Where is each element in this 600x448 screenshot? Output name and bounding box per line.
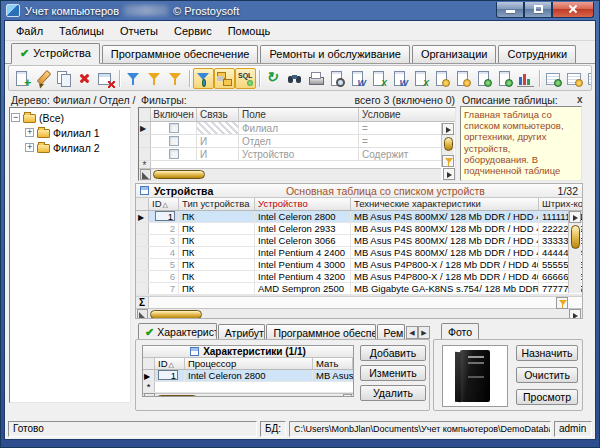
expand-icon[interactable]	[25, 128, 34, 137]
col-barcode[interactable]: Штрих-код	[539, 198, 582, 210]
excel-template-icon[interactable]	[410, 68, 431, 89]
goto-last-icon[interactable]	[443, 168, 455, 180]
menu-reports[interactable]: Отчеты	[112, 23, 166, 39]
report-writer-icon[interactable]	[473, 68, 494, 89]
tab-scroll-right-icon[interactable]: ▶	[418, 326, 430, 339]
sql-filter-icon[interactable]	[235, 68, 256, 89]
chart-icon[interactable]	[515, 68, 536, 89]
filters-vscrollbar[interactable]	[441, 123, 454, 167]
device-row[interactable]: 7 ПК AMD Sempron 2500 MB Gigabyte GA-K8N…	[136, 283, 582, 295]
goto-record-icon[interactable]	[569, 211, 581, 223]
quick-filter-icon[interactable]	[442, 155, 454, 167]
menu-tables[interactable]: Таблицы	[51, 23, 112, 39]
print-preview-icon[interactable]	[326, 68, 347, 89]
view-photo-button[interactable]: Просмотр	[516, 389, 578, 405]
export-word-icon[interactable]	[347, 68, 368, 89]
tab-detail-software[interactable]: Программное обеспечение	[266, 324, 375, 340]
col-specs[interactable]: Технические характеристики	[351, 198, 539, 210]
menu-help[interactable]: Помощь	[220, 23, 279, 39]
table-settings-icon[interactable]	[585, 68, 592, 89]
tab-organizations[interactable]: Организации	[412, 45, 497, 63]
col-motherboard[interactable]: Мать	[313, 358, 353, 369]
delete-record-icon[interactable]	[74, 68, 95, 89]
tree-item-branch1[interactable]: Филиал 1	[11, 125, 129, 140]
tab-employees[interactable]: Сотрудники	[498, 45, 576, 63]
maximize-button[interactable]	[524, 2, 552, 18]
characteristic-row[interactable]: 1 Intel Celeron 2800 MB Asus P4	[143, 370, 353, 382]
report-word-icon[interactable]	[431, 68, 452, 89]
close-description-icon[interactable]: x	[577, 94, 583, 105]
collapse-icon[interactable]	[11, 113, 20, 122]
tab-repairs[interactable]: Ремонты и обслуживание	[260, 45, 409, 63]
corner-button[interactable]	[144, 393, 155, 397]
menu-file[interactable]: Файл	[8, 23, 51, 39]
device-row[interactable]: 4 ПК Intel Pentium 4 2400 MB Asus P4S 80…	[136, 247, 582, 259]
col-id[interactable]: ID△	[155, 358, 185, 369]
expand-icon[interactable]	[25, 143, 34, 152]
vscroll-thumb[interactable]	[571, 225, 580, 249]
devices-hscrollbar[interactable]	[136, 308, 582, 318]
filter-row[interactable]: И Отдел =	[139, 135, 455, 148]
delete-button[interactable]: Удалить	[360, 385, 426, 401]
refresh-icon[interactable]	[263, 68, 284, 89]
filter-clear-icon[interactable]	[165, 68, 186, 89]
report-excel-icon[interactable]	[452, 68, 473, 89]
vscroll-thumb[interactable]	[444, 137, 453, 151]
search-icon[interactable]	[284, 68, 305, 89]
tab-scroll-left-icon[interactable]: ◀	[406, 326, 418, 339]
add-column-icon[interactable]	[543, 68, 564, 89]
device-row[interactable]: 1 ПК Intel Celeron 2800 MB Asus P4S 800M…	[136, 211, 582, 223]
goto-last-icon[interactable]	[569, 309, 581, 319]
tab-software[interactable]: Программное обеспечение	[102, 45, 259, 63]
copy-record-icon[interactable]	[53, 68, 74, 89]
tab-devices[interactable]: ✔ Устройства	[11, 43, 100, 64]
filter-icon[interactable]	[123, 68, 144, 89]
filter-by-selection-icon[interactable]	[193, 68, 214, 89]
close-button[interactable]	[552, 2, 594, 18]
filter-enabled-checkbox[interactable]	[169, 136, 179, 146]
column-settings-icon[interactable]	[564, 68, 585, 89]
characteristics-new-row[interactable]: *	[143, 382, 353, 393]
delete-from-table-icon[interactable]	[95, 68, 116, 89]
filter-off-icon[interactable]	[144, 68, 165, 89]
word-template-icon[interactable]	[389, 68, 410, 89]
devices-vscrollbar[interactable]	[568, 211, 581, 293]
report-calc-icon[interactable]	[494, 68, 515, 89]
tree-panel-icon[interactable]	[214, 68, 235, 89]
tree-item-all[interactable]: (Все)	[11, 110, 129, 125]
clear-photo-button[interactable]: Очистить	[516, 367, 578, 383]
hscroll-thumb[interactable]	[150, 310, 202, 318]
filter-row[interactable]: Филиал =	[139, 122, 455, 135]
device-row[interactable]: 5 ПК Intel Pentium 4 3000 MB Asus P4P800…	[136, 259, 582, 271]
edit-button[interactable]: Изменить	[360, 365, 426, 381]
assign-photo-button[interactable]: Назначить	[516, 345, 578, 361]
characteristics-hscrollbar[interactable]	[143, 393, 353, 397]
corner-button[interactable]	[137, 309, 148, 318]
col-device[interactable]: Устройство	[255, 198, 351, 210]
tree-item-branch2[interactable]: Филиал 2	[11, 140, 129, 155]
filter-enabled-checkbox[interactable]	[169, 149, 179, 159]
corner-button[interactable]	[140, 169, 151, 180]
export-excel-icon[interactable]	[368, 68, 389, 89]
tab-attributes[interactable]: Атрибуты	[218, 324, 266, 340]
print-icon[interactable]	[305, 68, 326, 89]
quick-filter-icon[interactable]	[556, 297, 568, 309]
goto-record-icon[interactable]	[442, 123, 454, 135]
device-row[interactable]: 3 ПК Intel Celeron 3066 MB Asus P4S 800M…	[136, 235, 582, 247]
minimize-button[interactable]	[496, 2, 524, 18]
device-row[interactable]: 2 ПК Intel Celeron 2933 MB Asus P4S 800M…	[136, 223, 582, 235]
col-id[interactable]: ID△	[149, 198, 179, 210]
edit-record-icon[interactable]	[32, 68, 53, 89]
col-cpu[interactable]: Процессор	[185, 358, 313, 369]
add-record-icon[interactable]	[11, 68, 32, 89]
add-button[interactable]: Добавить	[360, 345, 426, 361]
menu-service[interactable]: Сервис	[166, 23, 220, 39]
col-type[interactable]: Тип устройства	[179, 198, 255, 210]
hscroll-thumb[interactable]	[157, 395, 197, 397]
goto-last-icon[interactable]	[343, 394, 352, 397]
hscroll-thumb[interactable]	[153, 170, 205, 179]
filter-enabled-checkbox[interactable]	[169, 123, 179, 133]
filter-row[interactable]: И Устройство Содержит	[139, 148, 455, 161]
device-row[interactable]: 6 ПК Intel Pentium 4 3200 MB Asus P4P800…	[136, 271, 582, 283]
tab-repairs-cut[interactable]: Рем	[377, 324, 405, 340]
